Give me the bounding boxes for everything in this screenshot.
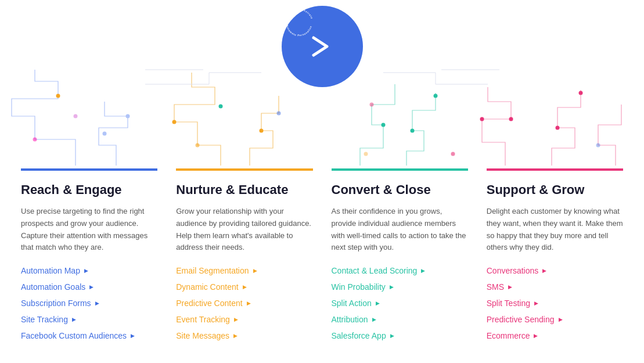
svg-point-4 (56, 94, 60, 98)
list-item: Conversations (487, 265, 623, 276)
brand-logo: Segment Orchestrate Automate Personalize (282, 6, 363, 87)
column-nurture: Nurture & EducateGrow your relationship … (167, 168, 322, 347)
nav-link[interactable]: Event Tracking (176, 315, 238, 324)
column-bar-reach (21, 168, 157, 171)
nav-link[interactable]: Split Action (332, 299, 380, 308)
column-support: Support & GrowDelight each customer by k… (477, 168, 632, 347)
nav-link[interactable]: Contact & Lead Scoring (332, 266, 426, 275)
svg-point-14 (364, 152, 368, 156)
nav-link[interactable]: Win Probability (332, 282, 394, 292)
svg-point-7 (196, 143, 200, 148)
nav-link[interactable]: Subscription Forms (21, 299, 99, 308)
nav-link[interactable]: Salesforce App (332, 331, 394, 340)
svg-point-2 (103, 132, 107, 136)
list-item: Site Messages (176, 330, 312, 341)
column-desc-convert: As their confidence in you grows, provid… (332, 206, 468, 254)
list-item: Win Probability (332, 282, 468, 292)
svg-point-9 (277, 112, 281, 116)
svg-point-16 (509, 117, 513, 121)
list-item: Event Tracking (176, 314, 312, 325)
column-links-nurture: Email SegmentationDynamic ContentPredict… (176, 265, 312, 341)
nav-link[interactable]: Attribution (332, 315, 376, 324)
content-area: Reach & EngageUse precise targeting to f… (0, 168, 644, 358)
column-convert: Convert & CloseAs their confidence in yo… (322, 168, 477, 347)
svg-point-13 (434, 94, 438, 98)
column-links-convert: Contact & Lead ScoringWin ProbabilitySpl… (332, 265, 468, 341)
nav-link[interactable]: Conversations (487, 266, 547, 275)
column-desc-nurture: Grow your relationship with your audienc… (176, 206, 312, 254)
chevron-icon (305, 29, 340, 64)
nav-link[interactable]: Automation Goals (21, 282, 93, 292)
svg-point-19 (596, 143, 600, 148)
svg-point-1 (33, 138, 37, 142)
list-item: Subscription Forms (21, 298, 157, 308)
list-item: Automation Goals (21, 282, 157, 292)
nav-link[interactable]: SMS (487, 282, 512, 292)
nav-link[interactable]: Site Messages (176, 331, 238, 340)
svg-point-0 (74, 114, 78, 118)
svg-point-17 (556, 126, 560, 130)
list-item: Automation Map (21, 265, 157, 276)
column-desc-support: Delight each customer by knowing what th… (487, 206, 623, 254)
list-item: Facebook Custom Audiences (21, 330, 157, 341)
svg-point-5 (219, 105, 223, 109)
nav-link[interactable]: Dynamic Content (176, 282, 246, 292)
list-item: Predictive Content (176, 298, 312, 308)
svg-point-10 (382, 123, 386, 127)
svg-point-3 (126, 114, 130, 118)
nav-link[interactable]: Predictive Sending (487, 315, 563, 324)
nav-link[interactable]: Automation Map (21, 266, 88, 275)
svg-text:Segment      Orchestrate: Segment Orchestrate (284, 8, 314, 21)
list-item: Split Action (332, 298, 468, 308)
column-desc-reach: Use precise targeting to find the right … (21, 206, 157, 254)
list-item: SMS (487, 282, 623, 292)
nav-link[interactable]: Ecommerce (487, 331, 538, 340)
nav-link[interactable]: Site Tracking (21, 315, 76, 324)
column-title-nurture: Nurture & Educate (176, 182, 312, 197)
column-title-reach: Reach & Engage (21, 182, 157, 197)
nav-link[interactable]: Facebook Custom Audiences (21, 331, 135, 340)
column-links-support: ConversationsSMSSplit TestingPredictive … (487, 265, 623, 341)
list-item: Ecommerce (487, 330, 623, 341)
column-title-convert: Convert & Close (332, 182, 468, 197)
list-item: Attribution (332, 314, 468, 325)
svg-point-8 (260, 129, 264, 133)
column-title-support: Support & Grow (487, 182, 623, 197)
column-bar-support (487, 168, 623, 171)
columns-container: Reach & EngageUse precise targeting to f… (6, 168, 638, 347)
diagram-area: Segment Orchestrate Automate Personalize (0, 0, 644, 168)
nav-link[interactable]: Predictive Content (176, 299, 250, 308)
list-item: Email Segmentation (176, 265, 312, 276)
list-item: Salesforce App (332, 330, 468, 341)
nav-link[interactable]: Split Testing (487, 299, 538, 308)
page-wrapper: Segment Orchestrate Automate Personalize… (0, 0, 644, 358)
column-bar-convert (332, 168, 468, 171)
svg-point-20 (451, 152, 455, 156)
list-item: Predictive Sending (487, 314, 623, 325)
svg-point-11 (370, 103, 374, 107)
svg-point-6 (172, 120, 177, 124)
column-bar-nurture (176, 168, 312, 171)
svg-point-12 (411, 129, 415, 133)
column-reach: Reach & EngageUse precise targeting to f… (12, 168, 167, 347)
column-links-reach: Automation MapAutomation GoalsSubscripti… (21, 265, 157, 341)
nav-link[interactable]: Email Segmentation (176, 266, 257, 275)
svg-point-18 (579, 91, 583, 95)
list-item: Site Tracking (21, 314, 157, 325)
svg-point-15 (480, 117, 484, 121)
list-item: Dynamic Content (176, 282, 312, 292)
list-item: Contact & Lead Scoring (332, 265, 468, 276)
list-item: Split Testing (487, 298, 623, 308)
